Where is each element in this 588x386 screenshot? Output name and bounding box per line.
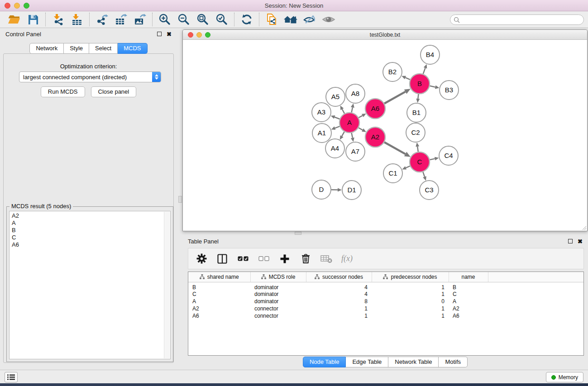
graph-edge-C-C4[interactable] [430, 157, 439, 161]
graph-edge-A-A7[interactable] [351, 133, 354, 142]
network-minimize-icon[interactable] [196, 32, 202, 38]
graph-node-B2[interactable]: B2 [383, 62, 402, 81]
column-header-predecessor-nodes[interactable]: predecessor nodes [372, 272, 449, 282]
float-panel-icon[interactable] [157, 32, 162, 36]
table-cell[interactable]: 4 [306, 291, 372, 298]
task-history-button[interactable] [5, 372, 18, 382]
mcds-result-item[interactable]: B [12, 227, 168, 234]
export-table-button[interactable] [113, 12, 129, 27]
graph-node-C1[interactable]: C1 [383, 164, 402, 183]
graph-edge-C-C1[interactable] [402, 166, 410, 170]
column-header-successor-nodes[interactable]: successor nodes [306, 272, 372, 282]
graph-node-A8[interactable]: A8 [346, 84, 365, 103]
minimize-window-icon[interactable] [14, 3, 20, 9]
table-row[interactable]: A6connector11A6 [188, 312, 583, 319]
table-cell[interactable]: 1 [306, 305, 372, 312]
duplicate-network-button[interactable] [263, 12, 280, 27]
graph-edge-A-A1[interactable] [331, 126, 340, 130]
tab-network[interactable]: Network [29, 43, 64, 54]
show-columns-button[interactable] [216, 253, 228, 265]
graph-node-C2[interactable]: C2 [406, 123, 425, 142]
zoom-in-button[interactable] [157, 12, 173, 27]
graph-edge-B-B3[interactable] [430, 86, 439, 89]
graph-edge-A-A4[interactable] [340, 132, 344, 140]
tab-motifs[interactable]: Motifs [439, 357, 468, 367]
column-header-mcds-role[interactable]: MCDS role [250, 272, 306, 282]
resize-grip-icon[interactable] [581, 225, 587, 230]
table-cell[interactable]: A [449, 298, 488, 305]
add-column-button[interactable] [279, 253, 291, 265]
tab-node-table[interactable]: Node Table [303, 357, 346, 367]
table-cell[interactable]: connector [250, 305, 306, 312]
graph-edge-A-A8[interactable] [351, 104, 354, 113]
zoom-selected-button[interactable] [214, 12, 230, 27]
tab-select[interactable]: Select [89, 43, 118, 54]
table-row[interactable]: A2connector11A2 [188, 305, 583, 312]
search-input[interactable] [462, 16, 583, 24]
open-session-button[interactable] [6, 12, 22, 27]
table-cell[interactable]: A2 [188, 305, 250, 312]
graph-node-B3[interactable]: B3 [440, 81, 459, 100]
zoom-window-icon[interactable] [24, 3, 29, 9]
mcds-result-item[interactable]: A [12, 219, 168, 227]
tab-style[interactable]: Style [64, 43, 89, 54]
import-table-button[interactable] [69, 12, 85, 27]
graph-node-B1[interactable]: B1 [407, 103, 426, 122]
graph-node-A4[interactable]: A4 [325, 139, 344, 158]
table-cell[interactable]: dominator [250, 291, 306, 298]
tab-edge-table[interactable]: Edge Table [346, 357, 388, 367]
export-image-button[interactable] [132, 12, 148, 27]
tab-mcds[interactable]: MCDS [118, 43, 147, 54]
table-cell[interactable]: connector [250, 312, 306, 319]
graph-node-B4[interactable]: B4 [421, 45, 440, 64]
graph-edge-D-D1[interactable] [331, 188, 342, 192]
result-list-scrollbar[interactable] [164, 212, 170, 358]
table-cell[interactable]: A2 [449, 305, 488, 312]
run-mcds-button[interactable]: Run MCDS [41, 86, 85, 97]
table-cell[interactable]: dominator [250, 282, 306, 291]
graph-node-A3[interactable]: A3 [312, 103, 331, 122]
graph-edge-B-B1[interactable] [416, 94, 420, 103]
table-cell[interactable]: A6 [188, 312, 250, 319]
graph-node-C3[interactable]: C3 [420, 181, 439, 200]
graph-edge-C-C3[interactable] [423, 172, 426, 181]
mcds-result-item[interactable]: A2 [12, 212, 168, 219]
graph-edge-A2-C[interactable] [384, 142, 411, 157]
graph-node-A6[interactable]: A6 [365, 99, 385, 119]
close-panel-button[interactable]: Close panel [91, 86, 137, 97]
graph-node-C[interactable]: C [410, 152, 430, 172]
vertical-split-handle[interactable] [295, 232, 301, 235]
network-canvas[interactable]: AA1A2A3A4A5A6A7A8BB1B2B3B4CC1C2C3C4DD1 [183, 40, 587, 231]
close-panel-icon[interactable]: ✖ [167, 31, 172, 37]
table-cell[interactable]: B [449, 282, 488, 291]
table-cell[interactable]: C [449, 291, 488, 298]
export-network-button[interactable] [94, 12, 110, 27]
table-cell[interactable]: 0 [372, 298, 449, 305]
table-cell[interactable]: 8 [306, 298, 372, 305]
tab-network-table[interactable]: Network Table [388, 357, 439, 367]
table-cell[interactable]: 1 [372, 282, 449, 291]
graph-node-A1[interactable]: A1 [312, 124, 331, 143]
network-zoom-icon[interactable] [205, 32, 210, 38]
graph-node-A7[interactable]: A7 [346, 142, 365, 161]
zoom-fit-button[interactable] [195, 12, 211, 27]
horizontal-split-handle[interactable] [178, 196, 182, 203]
table-cell[interactable]: A [188, 298, 250, 305]
graph-node-D[interactable]: D [312, 180, 331, 199]
graph-edge-B-B2[interactable] [402, 76, 410, 80]
close-window-icon[interactable] [5, 3, 10, 9]
table-settings-button[interactable] [196, 253, 207, 265]
memory-button[interactable]: Memory [546, 372, 583, 382]
close-table-panel-icon[interactable]: ✖ [578, 238, 583, 244]
graph-node-D1[interactable]: D1 [342, 181, 361, 200]
mcds-result-item[interactable]: C [12, 234, 168, 241]
graph-node-B[interactable]: B [410, 74, 430, 94]
deselect-all-button[interactable] [258, 253, 270, 265]
graph-node-A2[interactable]: A2 [365, 127, 385, 147]
table-cell[interactable]: A6 [449, 312, 488, 319]
graph-node-C4[interactable]: C4 [439, 146, 458, 165]
table-row[interactable]: Cdominator41C [188, 291, 583, 298]
column-header-shared-name[interactable]: shared name [188, 272, 250, 282]
graph-edge-A-A3[interactable] [331, 115, 340, 119]
graph-edge-A6-B[interactable] [384, 89, 411, 103]
